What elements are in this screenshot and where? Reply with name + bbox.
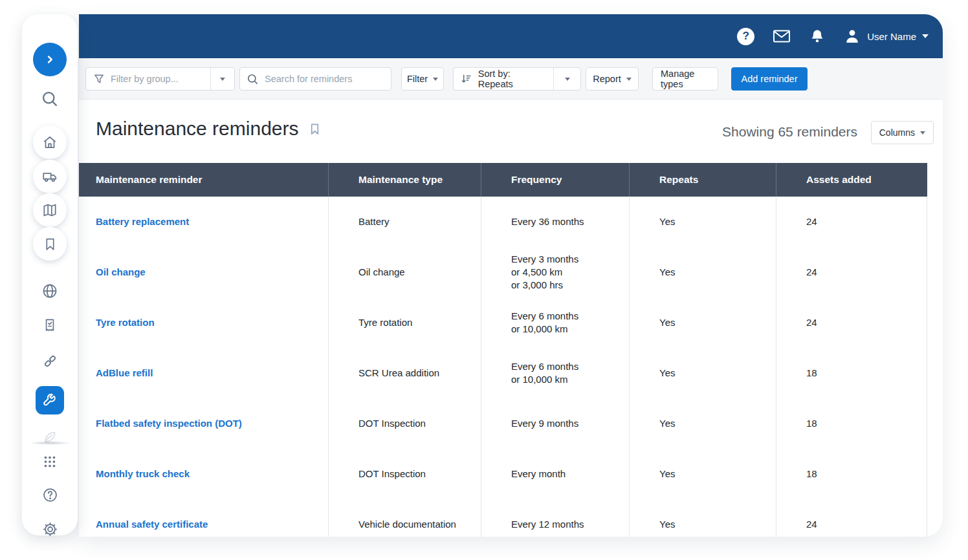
table-cell: DOT Inspection [328,449,481,499]
chevron-down-icon [922,34,929,38]
chevron-down-icon [220,78,225,81]
frequency-line: Every 36 months [511,215,629,228]
sort-button-label: Sort by: Repeats [478,69,547,89]
repeats-value: Yes [659,266,776,279]
reminder-name-link[interactable]: Annual safety certificate [96,518,328,531]
bookmark-icon[interactable] [307,122,322,136]
help-icon[interactable]: ? [737,28,754,45]
report-button[interactable]: Report [586,67,639,91]
reminder-name-link[interactable]: Flatbed safety inspection (DOT) [96,417,328,430]
table-cell: Annual safety certificate [79,499,328,537]
map-icon[interactable] [33,193,67,227]
showing-count-label: Showing 65 reminders [722,124,857,140]
funnel-icon [93,72,105,85]
table-cell: Every 3 monthsor 4,500 kmor 3,000 hrs [481,247,629,297]
frequency-line: or 4,500 km [511,266,629,279]
table-cell: 24 [776,197,927,247]
column-header[interactable]: Maintenance reminder [79,163,328,197]
globe-icon[interactable] [37,278,63,304]
table-cell: Yes [629,449,776,499]
repeats-value: Yes [659,417,776,430]
apps-grid-icon[interactable] [37,449,63,475]
maintenance-type-value: DOT Inspection [358,417,481,430]
column-header[interactable]: Maintenance type [328,163,481,197]
filter-by-group-input[interactable]: Filter by group... [85,67,235,91]
truck-icon[interactable] [33,160,67,193]
manage-types-label: Manage types [661,69,710,89]
reminder-name-link[interactable]: Battery replacement [96,215,328,228]
sort-by-caret[interactable] [553,68,580,90]
assets-added-value: 24 [806,215,927,228]
link-icon[interactable] [37,348,63,374]
settings-gear-icon[interactable] [37,516,63,542]
page-title-text: Maintenance reminders [96,118,299,140]
home-icon[interactable] [33,125,67,159]
table-cell: Every 6 monthsor 10,000 km [481,348,629,398]
table-row: Annual safety certificateVehicle documen… [79,499,927,537]
report-doc-icon[interactable] [37,312,63,338]
table-cell: Every 9 months [481,398,629,449]
help-outline-icon[interactable] [37,482,63,508]
maintenance-type-value: DOT Inspection [358,468,481,480]
table-header-row: Maintenance reminderMaintenance typeFreq… [79,163,927,197]
column-header[interactable]: Frequency [481,163,629,197]
table-cell: Battery replacement [79,197,328,247]
bookmark-icon[interactable] [33,227,67,261]
table-cell: Yes [629,297,776,348]
table-cell: 24 [776,247,927,297]
search-reminders-input[interactable]: Search for reminders [239,67,391,91]
leaf-icon[interactable] [37,424,63,450]
maintenance-type-value: SCR Urea addition [358,367,481,380]
assets-added-value: 24 [806,316,927,329]
rail-scroll-fade [28,441,71,445]
expand-chevron-icon[interactable] [33,43,67,76]
table-cell: Every month [481,449,629,499]
repeats-value: Yes [659,518,776,531]
user-menu[interactable]: User Name [843,27,929,45]
sort-by-button[interactable]: Sort by: Repeats [453,67,581,91]
table-cell: Oil change [328,247,481,297]
add-reminder-button[interactable]: Add reminder [731,67,808,91]
add-reminder-label: Add reminder [741,74,797,84]
table-cell: Yes [629,348,776,398]
table-row: Oil changeOil changeEvery 3 monthsor 4,5… [79,247,927,297]
wrench-icon[interactable] [36,386,64,415]
filter-by-group-caret[interactable] [210,68,234,90]
table-row: Monthly truck checkDOT InspectionEvery m… [79,449,927,499]
table-cell: Yes [629,197,776,247]
columns-button[interactable]: Columns [871,121,934,144]
table-cell: Yes [629,398,776,449]
reminder-name-link[interactable]: Tyre rotation [96,316,328,329]
frequency-line: Every 9 months [511,417,629,430]
column-header[interactable]: Assets added [776,163,927,197]
page-title: Maintenance reminders [96,118,322,140]
bell-icon[interactable] [809,28,826,45]
column-header[interactable]: Repeats [629,163,776,197]
maintenance-type-value: Battery [358,215,481,228]
repeats-value: Yes [659,468,776,480]
mail-icon[interactable] [772,28,791,44]
manage-types-button[interactable]: Manage types [652,67,718,91]
frequency-line: Every 6 months [511,310,629,323]
table-cell: Flatbed safety inspection (DOT) [79,398,328,449]
table-cell: 18 [776,449,927,499]
reminder-name-link[interactable]: AdBlue refill [96,367,328,380]
table-row: Tyre rotationTyre rotationEvery 6 months… [79,297,927,348]
table-cell: SCR Urea addition [328,348,481,398]
repeats-value: Yes [659,215,776,228]
table-cell: Tyre rotation [79,297,328,348]
chevron-down-icon [626,78,632,81]
search-icon[interactable] [37,86,63,112]
assets-added-value: 24 [806,266,927,279]
table-cell: Oil change [79,247,328,297]
sort-icon [460,72,473,85]
filter-button[interactable]: Filter [401,67,444,91]
table-cell: Monthly truck check [79,449,328,499]
filter-button-label: Filter [407,74,428,84]
frequency-line: or 10,000 km [511,373,629,386]
reminder-name-link[interactable]: Oil change [96,266,328,279]
columns-button-label: Columns [879,127,915,138]
reminder-name-link[interactable]: Monthly truck check [96,468,328,480]
maintenance-type-value: Oil change [358,266,481,279]
table-cell: Every 12 months [481,499,629,537]
